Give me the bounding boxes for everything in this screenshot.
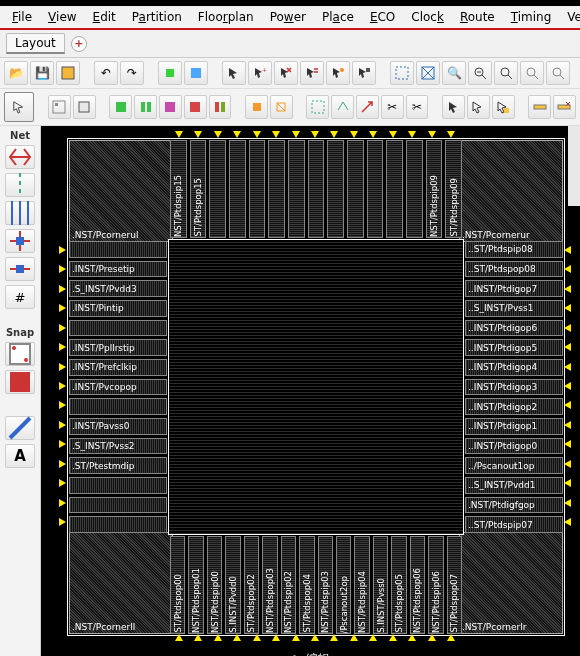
io-pad: .INST/Prefclkip xyxy=(69,359,167,376)
red1-icon[interactable] xyxy=(184,95,207,119)
io-pad: ..INST/Ptdigop4 xyxy=(465,359,563,376)
net-red-icon[interactable] xyxy=(5,145,35,169)
cut2-icon[interactable]: ✂ xyxy=(406,95,429,119)
io-pad: ../Pscanout1op xyxy=(465,457,563,474)
box-tool[interactable] xyxy=(73,95,96,119)
io-pad xyxy=(367,140,384,238)
net-blue2-icon[interactable] xyxy=(5,229,35,253)
add-tab-button[interactable]: + xyxy=(71,36,87,52)
green2-icon[interactable] xyxy=(134,95,157,119)
text-icon[interactable]: A xyxy=(5,444,35,468)
io-pad: ST/Ptdspop15 xyxy=(190,140,207,238)
cursor-sel3[interactable] xyxy=(492,95,515,119)
io-pad: ..INST/Ptdigop3 xyxy=(465,379,563,396)
net-hatch-icon[interactable]: # xyxy=(5,285,35,309)
menu-clock[interactable]: Clock xyxy=(405,8,450,26)
hilite-icon[interactable] xyxy=(158,61,182,85)
magenta1-icon[interactable] xyxy=(159,95,182,119)
menu-file[interactable]: File xyxy=(6,8,38,26)
svg-line-44 xyxy=(10,418,30,438)
io-pad: .S_INST/Pvdd3 xyxy=(69,280,167,297)
orange-alt-icon[interactable] xyxy=(270,95,293,119)
cut-icon[interactable]: ✂ xyxy=(381,95,404,119)
move-icon[interactable] xyxy=(306,95,329,119)
menu-view[interactable]: View xyxy=(42,8,82,26)
svg-rect-30 xyxy=(312,101,324,113)
svg-rect-38 xyxy=(16,237,24,245)
next-view-icon[interactable] xyxy=(546,61,570,85)
red2-icon[interactable] xyxy=(209,95,232,119)
line-icon[interactable] xyxy=(5,416,35,440)
cursor-sel1[interactable] xyxy=(442,95,465,119)
corner-ll: .NST/Pcornerll xyxy=(69,532,173,634)
redo-icon[interactable]: ↷ xyxy=(120,61,144,85)
fit-icon[interactable] xyxy=(390,61,414,85)
io-pad: ..INST/Ptdigop1 xyxy=(465,418,563,435)
svg-line-10 xyxy=(482,75,486,79)
pointer-dark-icon[interactable] xyxy=(352,61,376,85)
open-icon[interactable]: 📂 xyxy=(4,61,28,85)
menu-partition[interactable]: Partition xyxy=(126,8,188,26)
floorplan-tool[interactable] xyxy=(48,95,71,119)
pointer-orange-icon[interactable] xyxy=(326,61,350,85)
io-pad xyxy=(288,140,305,238)
menu-edit[interactable]: Edit xyxy=(87,8,122,26)
orange-tool[interactable] xyxy=(245,95,268,119)
menu-floorplan[interactable]: Floorplan xyxy=(192,8,260,26)
svg-rect-33 xyxy=(558,105,570,109)
menu-power[interactable]: Power xyxy=(264,8,312,26)
io-pad: NST/Ptdspop03 xyxy=(262,536,277,634)
snap-header: Snap xyxy=(6,327,34,338)
copy-icon[interactable] xyxy=(331,95,354,119)
cursor-sel2[interactable] xyxy=(467,95,490,119)
zoom-sel-icon[interactable] xyxy=(494,61,518,85)
menu-verify[interactable]: Verify xyxy=(561,8,580,26)
select-tool[interactable] xyxy=(4,92,34,122)
io-pad xyxy=(209,140,226,238)
zoom-in-icon[interactable]: 🔍 xyxy=(442,61,466,85)
prev-view-icon[interactable] xyxy=(520,61,544,85)
zoom-out-icon[interactable] xyxy=(468,61,492,85)
io-pad: .NST/Ptdigfgop xyxy=(465,497,563,514)
menu-place[interactable]: Place xyxy=(316,8,360,26)
io-pad xyxy=(406,140,423,238)
layout-canvas[interactable]: .NST/Pcornerul .NST/Pcornerur .NST/Pcorn… xyxy=(41,126,580,656)
io-pad: NST/Ptdspip09 xyxy=(426,140,443,238)
svg-rect-31 xyxy=(504,108,509,113)
design-icon[interactable] xyxy=(56,61,80,85)
io-pad: S.INST/Pvss0 xyxy=(373,536,388,634)
menu-timing[interactable]: Timing xyxy=(505,8,558,26)
svg-rect-27 xyxy=(253,103,261,111)
pointer-x-icon[interactable] xyxy=(274,61,298,85)
summary-icon[interactable] xyxy=(184,61,208,85)
svg-rect-32 xyxy=(534,105,546,109)
ruler-x-icon[interactable] xyxy=(553,95,576,119)
redraw-icon[interactable] xyxy=(416,61,440,85)
io-pad: .INST/Pvcopop xyxy=(69,379,167,396)
layout-tab[interactable]: Layout xyxy=(6,33,65,54)
io-pad xyxy=(308,140,325,238)
snap-grid-icon[interactable] xyxy=(5,342,35,366)
io-pad: ..ST/Ptdspip07 xyxy=(465,516,563,533)
io-pad: ST/Ptdspop00 xyxy=(170,536,185,634)
pointer-plus-icon[interactable]: + xyxy=(248,61,272,85)
io-pad: ..S_INST/Pvdd1 xyxy=(465,477,563,494)
menu-eco[interactable]: ECO xyxy=(364,8,401,26)
svg-rect-43 xyxy=(10,372,30,392)
green1-icon[interactable] xyxy=(109,95,132,119)
ruler-icon[interactable] xyxy=(528,95,551,119)
pointer-eq-icon[interactable] xyxy=(300,61,324,85)
net-blue1-icon[interactable] xyxy=(5,201,35,225)
save-icon[interactable]: 💾 xyxy=(30,61,54,85)
snap-dot-icon[interactable] xyxy=(5,370,35,394)
red-arrow-icon[interactable] xyxy=(356,95,379,119)
menu-route[interactable]: Route xyxy=(454,8,501,26)
io-pad: NST/Ptdspip04 xyxy=(354,536,369,634)
svg-text:+: + xyxy=(262,66,267,73)
net-green-icon[interactable] xyxy=(5,173,35,197)
undo-icon[interactable]: ↶ xyxy=(94,61,118,85)
io-pad: ST/Ptdspop05 xyxy=(391,536,406,634)
pointer-icon[interactable] xyxy=(222,61,246,85)
status-edit: 编辑 xyxy=(291,651,329,656)
net-mix1-icon[interactable] xyxy=(5,257,35,281)
